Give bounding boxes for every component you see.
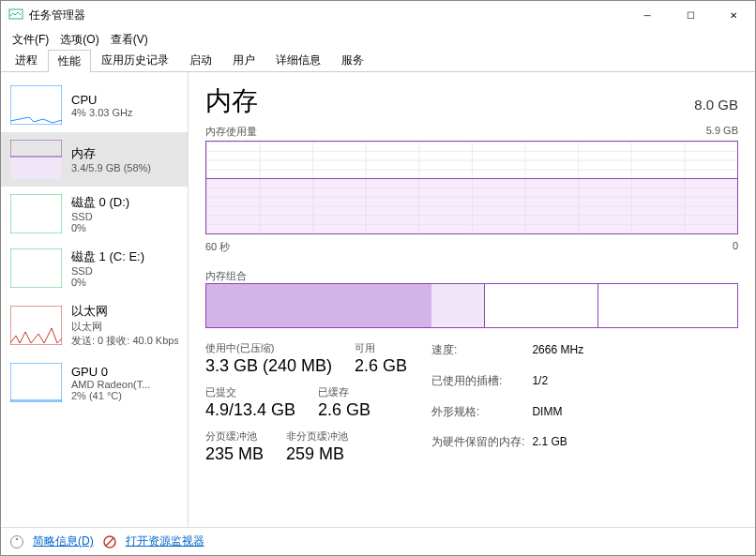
chevron-up-icon[interactable]: ˄ [10, 535, 23, 548]
spec-key: 为硬件保留的内存: [431, 433, 532, 464]
spec-key: 已使用的插槽: [431, 372, 532, 403]
spec-value: 2.1 GB [532, 433, 591, 464]
memory-total: 8.0 GB [694, 97, 738, 113]
spec-key: 速度: [431, 341, 532, 372]
menu-file[interactable]: 文件(F) [8, 30, 53, 50]
tab-1[interactable]: 性能 [48, 50, 91, 72]
window-title: 任务管理器 [29, 8, 626, 23]
sidebar-sub: 3.4/5.9 GB (58%) [71, 162, 151, 173]
maximize-button[interactable]: ☐ [669, 1, 712, 29]
sidebar-thumb [10, 140, 62, 179]
sidebar-thumb [10, 194, 62, 233]
svg-rect-5 [10, 194, 62, 233]
chart-x-left: 60 秒 [205, 240, 230, 254]
sidebar-title: CPU [71, 93, 132, 107]
close-button[interactable]: ✕ [712, 1, 755, 29]
sidebar-thumb [10, 248, 62, 288]
memory-composition-chart [205, 283, 738, 328]
sidebar-item-2[interactable]: 磁盘 0 (D:)SSD0% [1, 187, 188, 241]
svg-rect-6 [10, 248, 62, 288]
sidebar-sub: SSD [71, 265, 144, 277]
sidebar-title: 磁盘 1 (C: E:) [71, 248, 144, 265]
spec-value: DIMM [532, 403, 591, 434]
sidebar-sub: 2% (41 °C) [71, 390, 150, 401]
svg-rect-1 [10, 85, 62, 125]
stat-label: 已提交 [205, 385, 295, 399]
svg-rect-3 [10, 157, 62, 179]
footer: ˄ 简略信息(D) 打开资源监视器 [1, 527, 755, 555]
sidebar-thumb [10, 85, 62, 125]
sidebar-title: 内存 [71, 145, 151, 162]
tab-6[interactable]: 服务 [331, 49, 374, 71]
stat-value: 3.3 GB (240 MB) [205, 356, 332, 376]
sidebar-sub: SSD [71, 211, 129, 222]
sidebar-sub: AMD Radeon(T... [71, 379, 150, 390]
memory-usage-chart [205, 141, 738, 234]
sidebar-title: 磁盘 0 (D:) [71, 194, 129, 211]
tab-2[interactable]: 应用历史记录 [91, 49, 179, 71]
sidebar-sub: 0% [71, 222, 129, 233]
menu-bar: 文件(F) 选项(O) 查看(V) [1, 29, 755, 50]
main-panel: 内存 8.0 GB 内存使用量 5.9 GB 60 秒 0 内存组合 使用中(已… [189, 72, 755, 527]
page-title: 内存 [205, 83, 258, 119]
tab-4[interactable]: 用户 [222, 49, 265, 71]
title-bar: 任务管理器 ─ ☐ ✕ [1, 1, 755, 29]
resmon-icon [103, 535, 116, 548]
sidebar-sub: 0% [71, 277, 144, 288]
tabs: 进程性能应用历史记录启动用户详细信息服务 [1, 50, 755, 72]
sidebar-sub: 发送: 0 接收: 40.0 Kbps [71, 334, 178, 348]
stat-label: 非分页缓冲池 [286, 429, 348, 443]
sidebar: CPU4% 3.03 GHz内存3.4/5.9 GB (58%)磁盘 0 (D:… [1, 72, 189, 527]
sidebar-sub: 4% 3.03 GHz [71, 107, 132, 118]
sidebar-item-4[interactable]: 以太网以太网发送: 0 接收: 40.0 Kbps [1, 295, 188, 355]
chart-x-right: 0 [733, 240, 738, 254]
tab-0[interactable]: 进程 [5, 49, 48, 71]
stat-label: 已缓存 [318, 385, 370, 399]
spec-value: 1/2 [532, 372, 591, 403]
sidebar-item-0[interactable]: CPU4% 3.03 GHz [1, 78, 188, 132]
chart-usage-max: 5.9 GB [706, 125, 738, 139]
app-icon [8, 8, 23, 23]
svg-line-11 [106, 538, 113, 546]
sidebar-item-5[interactable]: GPU 0AMD Radeon(T...2% (41 °C) [1, 355, 188, 410]
stat-value: 235 MB [205, 444, 264, 464]
sidebar-title: GPU 0 [71, 365, 150, 379]
sidebar-thumb [10, 363, 62, 402]
svg-rect-8 [10, 363, 62, 402]
stat-value: 2.6 GB [318, 400, 370, 420]
menu-view[interactable]: 查看(V) [107, 30, 152, 50]
composition-label: 内存组合 [205, 269, 247, 283]
sidebar-thumb [10, 306, 62, 345]
chart-usage-label: 内存使用量 [205, 125, 257, 139]
spec-key: 外形规格: [431, 403, 532, 434]
stat-value: 4.9/13.4 GB [205, 400, 295, 420]
sidebar-item-3[interactable]: 磁盘 1 (C: E:)SSD0% [1, 241, 188, 295]
minimize-button[interactable]: ─ [626, 1, 669, 29]
sidebar-item-1[interactable]: 内存3.4/5.9 GB (58%) [1, 132, 188, 187]
stats-left: 使用中(已压缩)3.3 GB (240 MB)可用2.6 GB已提交4.9/13… [205, 341, 407, 464]
fewer-details-link[interactable]: 简略信息(D) [33, 533, 94, 549]
resource-monitor-link[interactable]: 打开资源监视器 [126, 533, 204, 549]
stat-label: 使用中(已压缩) [205, 341, 332, 355]
tab-5[interactable]: 详细信息 [265, 49, 331, 71]
sidebar-title: 以太网 [71, 303, 178, 320]
spec-value: 2666 MHz [532, 341, 591, 372]
stat-label: 可用 [355, 341, 407, 355]
tab-3[interactable]: 启动 [179, 49, 222, 71]
stat-value: 259 MB [286, 444, 348, 464]
stat-label: 分页缓冲池 [205, 429, 264, 443]
stats-right: 速度:2666 MHz已使用的插槽:1/2外形规格:DIMM为硬件保留的内存:2… [431, 341, 591, 464]
stat-value: 2.6 GB [355, 356, 407, 376]
sidebar-sub: 以太网 [71, 320, 178, 334]
menu-options[interactable]: 选项(O) [56, 30, 102, 50]
